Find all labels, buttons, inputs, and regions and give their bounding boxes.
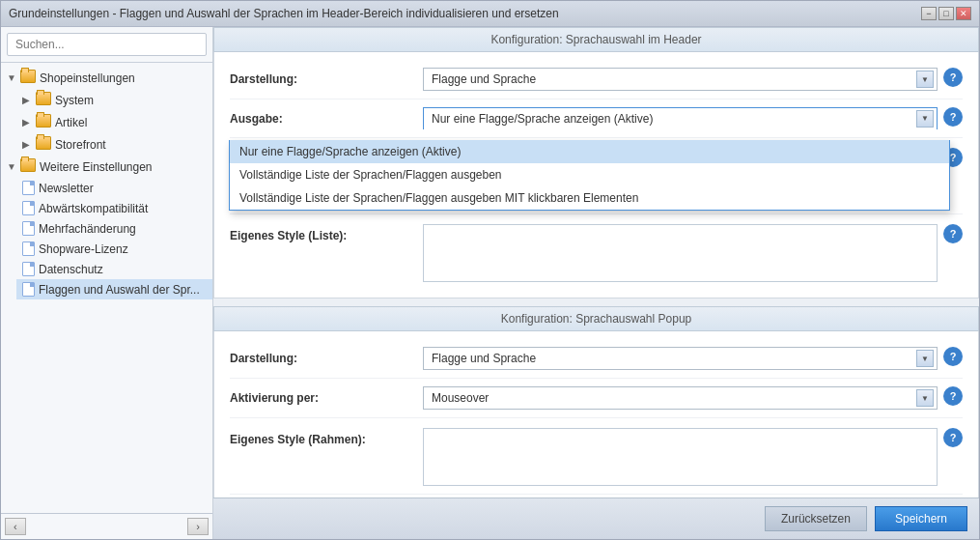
sidebar-tree: ▼ Shopeinstellungen ▶ System ▶ Artikel [1,63,212,513]
sidebar-item-label: System [55,94,94,107]
popup-eigenes-rahmen-textarea[interactable] [423,428,938,486]
ausgabe-help-button[interactable]: ? [943,107,963,127]
titlebar: Grundeinstellungen - Flaggen und Auswahl… [1,1,979,27]
sidebar-item-label: Shopware-Lizenz [39,242,128,256]
folder-icon-storefront [36,136,51,153]
darstellung-select[interactable]: Flagge und Sprache [423,68,938,91]
content-area: ▼ Shopeinstellungen ▶ System ▶ Artikel [1,27,979,539]
popup-darstellung-label: Darstellung: [230,347,423,365]
minimize-button[interactable]: − [921,7,937,20]
sidebar-item-weitere[interactable]: ▼ Weitere Einstellungen [1,156,212,178]
eigenes-style-liste-control: ? [423,224,963,282]
header-section-title: Konfiguration: Sprachauswahl im Header [213,27,979,52]
sidebar-item-shopeinstellungen[interactable]: ▼ Shopeinstellungen [1,67,212,89]
sidebar-item-storefront[interactable]: ▶ Storefront [16,133,212,156]
ausgabe-label: Ausgabe: [230,107,423,126]
popup-darstellung-select[interactable]: Flagge und Sprache [423,347,938,370]
folder-icon-weitere [20,158,36,175]
eigenes-style-liste-textarea[interactable] [423,224,938,282]
dropdown-option-2[interactable]: Vollständige Liste der Sprachen/Flaggen … [230,186,949,210]
expand-icon-system: ▶ [22,95,34,105]
aktivierung-arrow: ▼ [916,389,934,407]
page-icon-flaggen [22,282,35,297]
popup-eigenes-rahmen-row: Eigenes Style (Rahmen): ? [230,418,963,495]
sidebar-item-label: Newsletter [39,182,94,195]
sidebar-indent-weitere: Newsletter Abwärtskompatibilität Mehrfac… [1,178,212,299]
sidebar-item-label: Mehrfachänderung [39,222,136,236]
folder-icon [20,70,36,86]
sidebar-item-datenschutz[interactable]: Datenschutz [16,259,212,279]
reset-button[interactable]: Zurücksetzen [765,506,867,531]
sidebar-item-newsletter[interactable]: Newsletter [16,178,212,198]
page-icon-shopware [22,242,35,256]
save-button[interactable]: Speichern [875,506,967,531]
expand-icon-weitere: ▼ [7,161,18,172]
sidebar-item-label: Shopeinstellungen [40,71,135,85]
page-icon-datenschutz [22,262,35,276]
close-button[interactable]: ✕ [956,7,971,20]
popup-config-section: Konfiguration: Sprachauswahl Popup Darst… [213,306,979,497]
darstellung-select-arrow: ▼ [916,71,934,88]
darstellung-help-button[interactable]: ? [943,68,963,87]
sidebar-item-label: Storefront [55,138,106,152]
sidebar-item-flaggen[interactable]: Flaggen und Auswahl der Spr... [16,279,212,299]
darstellung-label: Darstellung: [230,68,423,86]
sidebar-item-label: Datenschutz [39,263,103,276]
popup-darstellung-help-button[interactable]: ? [943,347,963,366]
sidebar-item-artikel[interactable]: ▶ Artikel [16,111,212,133]
popup-eigenes-rahmen-help-button[interactable]: ? [943,428,963,447]
aktivierung-select[interactable]: Mouseover [423,386,938,410]
eigenes-style-liste-help-button[interactable]: ? [943,224,963,243]
eigenes-style-liste-row: Eigenes Style (Liste): ? [230,214,963,290]
popup-eigenes-rahmen-label: Eigenes Style (Rahmen): [230,428,423,446]
folder-icon-artikel [36,114,51,130]
right-scroll[interactable]: Konfiguration: Sprachauswahl im Header D… [213,27,979,497]
page-icon-mehrfach [22,221,35,236]
aktivierung-row: Aktivierung per: Mouseover ▼ ? [230,379,963,418]
darstellung-row: Darstellung: Flagge und Sprache ▼ ? [230,60,963,99]
darstellung-control: Flagge und Sprache ▼ ? [423,68,963,91]
dropdown-option-0[interactable]: Nur eine Flagge/Sprache anzeigen (Aktive… [230,140,949,163]
page-icon-abwaerts [22,201,35,215]
search-box [1,27,212,63]
maximize-button[interactable]: □ [938,7,954,20]
sidebar-item-shopware[interactable]: Shopware-Lizenz [16,239,212,259]
main-window: Grundeinstellungen - Flaggen und Auswahl… [0,0,980,540]
eigenes-style-liste-label: Eigenes Style (Liste): [230,224,423,242]
folder-icon-system [36,92,51,108]
ausgabe-select-wrapper: Nur eine Flagge/Sprache anzeigen (Aktive… [423,107,938,129]
sidebar-item-label: Abwärtskompatibilität [39,202,148,215]
popup-eigenes-liste-row: Eigenes Style (Liste): ? [230,495,963,497]
sidebar-item-system[interactable]: ▶ System [16,89,212,111]
expand-icon-storefront: ▶ [22,139,34,150]
sidebar-back-button[interactable]: ‹ [5,518,26,535]
popup-form-section: Darstellung: Flagge und Sprache ▼ ? [213,331,979,497]
dropdown-option-1[interactable]: Vollständige Liste der Sprachen/Flaggen … [230,163,949,186]
aktivierung-control: Mouseover ▼ ? [423,386,963,410]
sidebar-item-label: Artikel [55,116,87,129]
ausgabe-select[interactable]: Nur eine Flagge/Sprache anzeigen (Aktive… [423,107,938,129]
right-panel: Konfiguration: Sprachauswahl im Header D… [213,27,979,539]
expand-icon: ▼ [7,72,18,83]
aktivierung-help-button[interactable]: ? [943,386,963,406]
popup-section-title: Konfiguration: Sprachauswahl Popup [213,306,979,331]
expand-icon-artikel: ▶ [22,117,34,128]
ausgabe-row: Ausgabe: Nur eine Flagge/Sprache anzeige… [230,99,963,138]
sidebar-indent-system: ▶ System ▶ Artikel ▶ Storefront [1,89,212,156]
aktivierung-label: Aktivierung per: [230,386,423,405]
popup-darstellung-select-wrapper: Flagge und Sprache ▼ [423,347,938,370]
popup-eigenes-rahmen-control: ? [423,428,963,486]
darstellung-select-wrapper: Flagge und Sprache ▼ [423,68,938,91]
popup-darstellung-control: Flagge und Sprache ▼ ? [423,347,963,370]
sidebar-bottom: ‹ › [1,513,212,539]
sidebar-item-label: Weitere Einstellungen [40,160,153,174]
popup-darstellung-row: Darstellung: Flagge und Sprache ▼ ? [230,339,963,379]
search-input[interactable] [7,33,207,56]
sidebar-item-mehrfach[interactable]: Mehrfachänderung [16,218,212,239]
ausgabe-control: Nur eine Flagge/Sprache anzeigen (Aktive… [423,107,963,129]
aktivierung-select-wrapper: Mouseover ▼ [423,386,938,410]
sidebar-item-abwaerts[interactable]: Abwärtskompatibilität [16,198,212,218]
sidebar-forward-button[interactable]: › [187,518,209,535]
window-controls: − □ ✕ [921,7,971,20]
sidebar: ▼ Shopeinstellungen ▶ System ▶ Artikel [1,27,213,539]
